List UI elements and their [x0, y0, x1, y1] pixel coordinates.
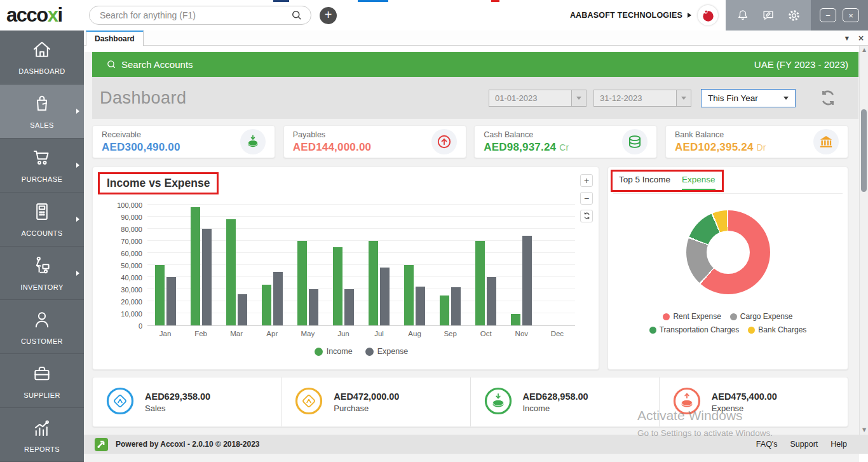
- sidebar-item-reports[interactable]: REPORTS: [0, 408, 84, 462]
- x-axis-label: Jun: [325, 330, 361, 337]
- donut-legend-item-cargo-expense[interactable]: Cargo Expense: [730, 312, 793, 321]
- summary-card-payables[interactable]: Payables AED144,000.00: [283, 125, 466, 158]
- search-accounts-label: Search Accounts: [121, 59, 193, 70]
- bar-expense-jul[interactable]: [380, 268, 390, 325]
- date-to-dropdown[interactable]: [676, 90, 691, 106]
- sidebar-item-label: SUPPLIER: [24, 391, 60, 399]
- card-value: AED98,937.24 Cr: [484, 141, 569, 154]
- sidebar-item-inventory[interactable]: INVENTORY: [0, 247, 84, 301]
- sidebar-item-label: CUSTOMER: [21, 337, 63, 345]
- quick-add-button[interactable]: +: [320, 7, 337, 24]
- donut-legend-item-transportation-charges[interactable]: Transportation Charges: [649, 325, 740, 334]
- x-axis-label: Mar: [219, 330, 254, 337]
- sidebar-item-purchase[interactable]: PURCHASE: [0, 139, 84, 193]
- bar-expense-oct[interactable]: [487, 277, 496, 325]
- bar-group-jul: [361, 205, 397, 325]
- top-bar: accoxi + AABASOFT TECHNOLOGIES: [0, 0, 868, 31]
- legend-dot: [649, 327, 656, 334]
- bar-expense-nov[interactable]: [522, 236, 532, 325]
- bar-group-dec: [539, 205, 575, 325]
- bar-income-oct[interactable]: [475, 241, 485, 325]
- scroll-thumb[interactable]: [861, 109, 867, 192]
- date-from-dropdown[interactable]: [571, 90, 586, 106]
- bar-income-jul[interactable]: [369, 241, 378, 325]
- date-to-input[interactable]: 31-12-2023: [593, 90, 691, 107]
- bar-income-may[interactable]: [297, 241, 307, 325]
- bar-expense-apr[interactable]: [273, 272, 283, 325]
- company-avatar[interactable]: [698, 5, 718, 25]
- bar-expense-mar[interactable]: [238, 294, 247, 325]
- help-link[interactable]: Help: [831, 440, 847, 449]
- sidebar-item-accounts[interactable]: ACCOUNTS: [0, 193, 84, 247]
- global-search[interactable]: [89, 6, 311, 25]
- faqs-link[interactable]: FAQ's: [756, 440, 778, 449]
- scroll-down-button[interactable]: ▼: [860, 426, 868, 435]
- bar-expense-jan[interactable]: [166, 277, 176, 325]
- total-card-sales[interactable]: AED629,358.00 Sales: [93, 377, 281, 426]
- bar-expense-feb[interactable]: [202, 229, 212, 325]
- bar-income-jan[interactable]: [155, 265, 165, 325]
- bar-expense-aug[interactable]: [416, 287, 425, 325]
- minimize-button[interactable]: −: [820, 8, 836, 22]
- chevron-down-icon: [783, 97, 789, 100]
- bar-expense-may[interactable]: [309, 289, 318, 325]
- tab-top-5-income[interactable]: Top 5 Income: [619, 175, 670, 190]
- legend-label: Bank Charges: [758, 325, 806, 334]
- calculator-icon: [31, 201, 53, 225]
- donut-legend-item-rent-expense[interactable]: Rent Expense: [663, 312, 721, 321]
- notifications-button[interactable]: [735, 7, 751, 24]
- support-link[interactable]: Support: [790, 440, 818, 449]
- total-card-income[interactable]: AED628,958.00 Income: [470, 377, 659, 426]
- close-icon: ×: [848, 11, 853, 20]
- legend-item-income[interactable]: Income: [315, 347, 353, 356]
- donut-legend-item-bank-charges[interactable]: Bank Charges: [748, 325, 806, 334]
- card-value: AED102,395.24 Dr: [675, 141, 766, 154]
- date-from-input[interactable]: 01-01-2023: [489, 90, 587, 107]
- company-menu[interactable]: AABASOFT TECHNOLOGIES: [570, 11, 682, 20]
- summary-card-cash-balance[interactable]: Cash Balance AED98,937.24 Cr: [474, 125, 657, 158]
- period-select[interactable]: This Fin Year: [701, 89, 796, 107]
- y-axis-label: 70,000: [98, 238, 142, 245]
- close-button[interactable]: ×: [843, 8, 859, 22]
- app-window: accoxi + AABASOFT TECHNOLOGIES: [0, 0, 868, 462]
- card-label: Payables: [293, 130, 372, 139]
- sidebar-item-dashboard[interactable]: DASHBOARD: [0, 31, 84, 85]
- bar-expense-sep[interactable]: [451, 287, 461, 325]
- settings-button[interactable]: [785, 7, 802, 24]
- sidebar-item-sales[interactable]: SALES: [0, 85, 84, 139]
- x-axis-label: Jul: [361, 330, 397, 337]
- search-accounts-button[interactable]: Search Accounts: [106, 59, 193, 70]
- sidebar-item-customer[interactable]: CUSTOMER: [0, 300, 84, 354]
- summary-card-bank-balance[interactable]: Bank Balance AED102,395.24 Dr: [665, 125, 848, 158]
- bar-income-nov[interactable]: [511, 314, 520, 325]
- refresh-button[interactable]: [818, 88, 838, 108]
- home-icon: [31, 39, 53, 63]
- summary-card-receivable[interactable]: Receivable AED300,490.00: [92, 125, 275, 158]
- bar-income-apr[interactable]: [262, 285, 271, 325]
- bar-income-mar[interactable]: [226, 219, 236, 325]
- legend-item-expense[interactable]: Expense: [365, 347, 409, 356]
- submenu-arrow-icon: [76, 163, 79, 168]
- bar-income-sep[interactable]: [440, 296, 449, 326]
- total-card-purchase[interactable]: AED472,000.00 Purchase: [281, 377, 470, 426]
- tab-list-caret-icon[interactable]: ▼: [845, 36, 849, 41]
- vertical-scrollbar[interactable]: ▲ ▼: [859, 46, 868, 435]
- refresh-icon: [818, 88, 838, 108]
- bar-income-aug[interactable]: [404, 265, 414, 325]
- scroll-up-button[interactable]: ▲: [860, 46, 868, 55]
- bar-expense-jun[interactable]: [344, 289, 354, 325]
- total-card-expense[interactable]: AED475,400.00 Expense: [659, 377, 848, 426]
- tab-expense[interactable]: Expense: [682, 175, 715, 190]
- fiscal-year-label: UAE (FY 2023 - 2023): [754, 59, 848, 70]
- donut-chart[interactable]: [686, 210, 770, 294]
- tab-close-icon[interactable]: ×: [858, 34, 864, 43]
- tab-dashboard[interactable]: Dashboard: [86, 31, 144, 46]
- sidebar-item-supplier[interactable]: SUPPLIER: [0, 354, 84, 408]
- search-icon[interactable]: [290, 9, 303, 22]
- y-axis-label: 60,000: [98, 250, 142, 257]
- bar-income-jun[interactable]: [333, 247, 342, 326]
- search-input[interactable]: [90, 10, 290, 20]
- messages-button[interactable]: [760, 7, 776, 24]
- bar-income-feb[interactable]: [191, 207, 200, 325]
- x-axis-label: Feb: [183, 330, 219, 337]
